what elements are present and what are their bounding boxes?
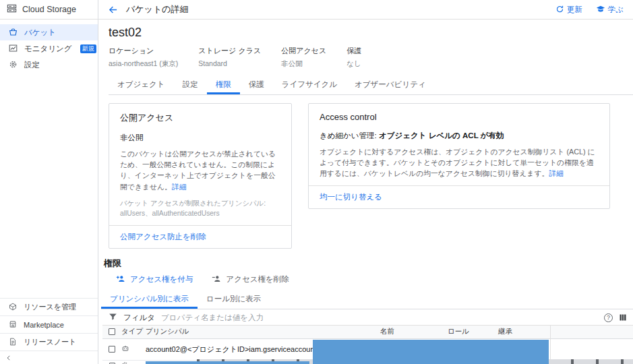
field-value: asia-northeast1 (東京) — [109, 59, 178, 69]
field-value: なし — [346, 59, 361, 69]
graduation-cap-icon — [596, 4, 605, 15]
bucket-icon — [9, 28, 18, 38]
row-checkbox[interactable] — [109, 346, 115, 353]
details-link[interactable]: 詳細 — [549, 169, 564, 177]
gear-icon — [9, 60, 18, 70]
sidebar-item-marketplace[interactable]: Marketplace — [0, 315, 98, 333]
column-options-icon[interactable] — [619, 313, 627, 322]
sidebar-header: Cloud Storage — [0, 0, 98, 20]
column-header-inheritance: 継承 — [498, 327, 550, 336]
person-remove-icon — [212, 274, 222, 284]
filter-label: フィルタ — [123, 313, 155, 323]
sidebar-item-label: バケット — [24, 28, 56, 38]
filter-bar: フィルタ ? — [102, 311, 633, 326]
card-text: このバケットは公開アクセスが禁止されているため、一般公開されていません。この制限… — [120, 148, 280, 192]
gear-icon — [121, 359, 129, 364]
field-public-access: 公開アクセス 非公開 — [281, 46, 326, 69]
sidebar-item-label: 設定 — [24, 60, 40, 70]
new-badge: 新規 — [80, 44, 96, 53]
sidebar-nav: バケット モニタリング 新規 設 — [0, 20, 98, 73]
tab-protection[interactable]: 保護 — [240, 75, 273, 94]
app-title: Cloud Storage — [22, 5, 76, 14]
permissions-title: 権限 — [101, 257, 633, 270]
revoke-access-label: アクセス権を削除 — [226, 274, 289, 284]
refresh-button[interactable]: 更新 — [555, 5, 582, 15]
column-header-role: ロール — [448, 327, 498, 336]
column-divider — [550, 326, 551, 364]
field-label: ロケーション — [109, 46, 178, 56]
topbar: バケットの詳細 更新 学ぶ — [98, 0, 633, 20]
document-icon — [9, 338, 17, 347]
sidebar-item-release-notes[interactable]: リリースノート — [0, 333, 98, 351]
filter-input[interactable] — [161, 313, 598, 322]
revoke-access-button[interactable]: アクセス権を削除 — [212, 274, 289, 284]
column-header-name: 名前 — [380, 327, 448, 336]
status-value: オブジェクト レベルの ACL が有効 — [379, 131, 504, 140]
refresh-icon — [555, 5, 564, 15]
grant-access-label: アクセス権を付与 — [130, 274, 193, 284]
monitoring-icon — [9, 44, 18, 54]
switch-to-uniform-link[interactable]: 均一に切り替える — [309, 185, 609, 208]
service-account-icon — [121, 343, 129, 355]
bucket-summary-fields: ロケーション asia-northeast1 (東京) ストレージ クラス St… — [109, 46, 633, 69]
public-access-status: 非公開 — [120, 133, 280, 143]
field-value: 非公開 — [281, 59, 326, 69]
sidebar-footer: リソースを管理 Marketplace — [0, 298, 98, 364]
card-title: Access control — [320, 112, 599, 122]
sidebar-item-label: リソースを管理 — [24, 302, 76, 312]
sidebar-item-label: リリースノート — [24, 337, 76, 347]
page-title: バケットの詳細 — [126, 3, 542, 16]
public-access-card: 公開アクセス 非公開 このバケットは公開アクセスが禁止されているため、一般公開さ… — [109, 103, 292, 249]
field-protection: 保護 なし — [346, 46, 361, 69]
remove-public-access-prevention-link[interactable]: 公開アクセス防止を削除 — [109, 225, 291, 248]
tab-permissions[interactable]: 権限 — [207, 75, 240, 94]
permissions-toolbar: アクセス権を付与 アクセス権を削除 — [101, 274, 633, 284]
redacted-principal-block — [146, 361, 309, 364]
learn-label: 学ぶ — [608, 5, 624, 15]
sidebar-item-settings[interactable]: 設定 — [0, 57, 98, 73]
field-label: 保護 — [346, 46, 361, 56]
storefront-icon — [9, 320, 17, 330]
cloud-storage-logo-icon — [7, 3, 17, 16]
tab-objects[interactable]: オブジェクト — [109, 75, 174, 94]
sidebar-item-label: Marketplace — [24, 321, 64, 329]
access-control-card: Access control きめ細かい管理: オブジェクト レベルの ACL … — [308, 103, 610, 209]
bucket-name: test02 — [109, 26, 633, 40]
help-icon[interactable]: ? — [604, 313, 613, 322]
sidebar-item-monitoring[interactable]: モニタリング 新規 — [0, 40, 98, 57]
info-cards: 公開アクセス 非公開 このバケットは公開アクセスが禁止されているため、一般公開さ… — [109, 103, 633, 249]
view-by-principals-tab[interactable]: プリンシパル別に表示 — [101, 290, 198, 309]
card-title: 公開アクセス — [120, 112, 280, 124]
grant-access-button[interactable]: アクセス権を付与 — [116, 274, 193, 284]
tab-lifecycle[interactable]: ライフサイクル — [273, 75, 346, 94]
select-all-checkbox[interactable] — [109, 328, 115, 335]
permissions-section: 権限 アクセス権を付与 — [98, 257, 633, 364]
redacted-name-role-block — [313, 340, 549, 364]
details-link[interactable]: 詳細 — [172, 183, 187, 191]
bucket-tabs: オブジェクト 設定 権限 保護 ライフサイクル オブザーバビリティ — [109, 75, 633, 95]
chevron-left-icon — [5, 352, 12, 364]
column-header-principal: プリンシパル — [146, 327, 380, 336]
cube-icon — [9, 303, 17, 312]
tab-observability[interactable]: オブザーバビリティ — [346, 75, 435, 94]
field-location: ロケーション asia-northeast1 (東京) — [109, 46, 178, 69]
restricted-principals-value: allUsers、allAuthenticatedUsers — [120, 208, 280, 218]
sidebar-item-buckets[interactable]: バケット — [0, 24, 98, 40]
back-button[interactable] — [108, 5, 118, 15]
permissions-table: フィルタ ? タイプ プリンシパル 名前 — [102, 311, 633, 364]
column-header-type: タイプ — [121, 327, 146, 336]
tab-configuration[interactable]: 設定 — [174, 75, 207, 94]
field-value: Standard — [198, 59, 261, 67]
sidebar-collapse-button[interactable] — [0, 351, 98, 364]
sidebar: Cloud Storage バケット モニ — [0, 0, 98, 364]
sidebar-item-manage-resources[interactable]: リソースを管理 — [0, 298, 98, 315]
person-add-icon — [116, 274, 126, 284]
page-head: test02 ロケーション asia-northeast1 (東京) ストレージ… — [98, 26, 633, 249]
learn-button[interactable]: 学ぶ — [596, 4, 624, 15]
card-body-text: このバケットは公開アクセスが禁止されているため、一般公開されていません。この制限… — [120, 150, 276, 191]
field-storage-class: ストレージ クラス Standard — [198, 46, 261, 69]
main-area: バケットの詳細 更新 学ぶ — [98, 0, 633, 364]
filter-icon — [109, 311, 117, 324]
field-label: 公開アクセス — [281, 46, 326, 56]
view-by-roles-tab[interactable]: ロール別に表示 — [198, 290, 270, 309]
